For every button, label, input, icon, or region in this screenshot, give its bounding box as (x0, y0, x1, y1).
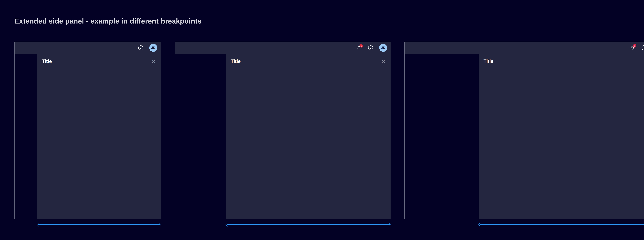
panel-header: Title ✕ (478, 54, 644, 64)
panel-width-arrow (37, 222, 161, 227)
help-button[interactable]: ? (368, 45, 373, 50)
extended-side-panel: Title ✕ (478, 54, 644, 219)
app-header: 1 ? JD (404, 42, 644, 54)
app-body: Title ✕ (404, 54, 644, 219)
breakpoint-frame-small: ? JD Title ✕ (14, 42, 161, 219)
breakpoint-frame-large: 1 ? JD Title ✕ (404, 42, 644, 219)
extended-side-panel: Title ✕ (226, 54, 391, 219)
panel-title: Title (42, 59, 52, 64)
app-body: Title ✕ (14, 54, 161, 219)
user-avatar[interactable]: JD (379, 44, 387, 52)
panel-width-arrow (478, 222, 644, 227)
help-button[interactable]: ? (642, 45, 644, 50)
app-header: ? JD (14, 42, 161, 54)
arrow-line (38, 224, 160, 225)
breakpoint-frame-medium: 1 ? JD Title ✕ (175, 42, 391, 219)
app-body: Title ✕ (175, 54, 391, 219)
help-button[interactable]: ? (138, 45, 143, 50)
notification-badge: 1 (633, 44, 636, 48)
panel-width-arrow (226, 222, 391, 227)
content-area (405, 54, 478, 219)
design-canvas: Extended side panel - example in differe… (0, 0, 644, 240)
help-icon: ? (642, 45, 644, 50)
content-area (175, 54, 226, 219)
close-icon[interactable]: ✕ (382, 59, 386, 64)
panel-header: Title ✕ (226, 54, 391, 64)
panel-title: Title (231, 59, 240, 64)
app-header: 1 ? JD (175, 42, 391, 54)
extended-side-panel: Title ✕ (37, 54, 161, 219)
arrow-line (480, 224, 644, 225)
help-icon: ? (138, 45, 143, 50)
notifications-button[interactable]: 1 (630, 45, 635, 51)
content-area (14, 54, 37, 219)
arrow-line (227, 224, 390, 225)
help-icon: ? (368, 45, 373, 50)
notifications-button[interactable]: 1 (356, 45, 362, 51)
panel-title: Title (484, 59, 494, 64)
arrow-right-head-icon (157, 223, 161, 227)
arrow-right-head-icon (387, 223, 391, 227)
notification-badge: 1 (360, 44, 363, 48)
panel-header: Title ✕ (37, 54, 161, 64)
page-title: Extended side panel - example in differe… (14, 17, 202, 25)
close-icon[interactable]: ✕ (152, 59, 156, 64)
user-avatar[interactable]: JD (149, 44, 157, 52)
